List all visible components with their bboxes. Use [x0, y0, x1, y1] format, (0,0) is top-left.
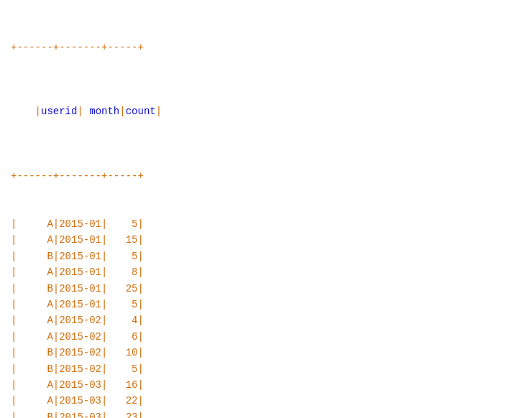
pipe: | — [77, 106, 83, 117]
table-rows: | A|2015-01| 5|| A|2015-01| 15|| B|2015-… — [11, 216, 521, 418]
table-row: | A|2015-01| 5| — [11, 297, 521, 312]
table-row: | B|2015-01| 25| — [11, 281, 521, 297]
table-row: | B|2015-01| 5| — [11, 249, 521, 264]
table-row: | B|2015-02| 10| — [11, 345, 521, 361]
table-row: | A|2015-01| 8| — [11, 264, 521, 280]
table-row: | A|2015-02| 6| — [11, 329, 521, 345]
header-month: month — [83, 106, 119, 117]
table-border-mid: +------+-------+-----+ — [11, 168, 521, 184]
table-row: | A|2015-03| 16| — [11, 377, 521, 393]
table-container: +------+-------+-----+ |userid| month|co… — [11, 7, 521, 418]
header-count: count — [126, 106, 156, 117]
table-row: | A|2015-03| 22| — [11, 393, 521, 409]
header-userid: userid — [41, 106, 77, 117]
table-header-row: |userid| month|count| — [11, 88, 521, 136]
table-row: | A|2015-02| 4| — [11, 312, 521, 328]
pipe: | — [35, 106, 41, 117]
table-row: | B|2015-03| 23| — [11, 409, 521, 418]
pipe: | — [119, 106, 125, 117]
table-row: | A|2015-01| 5| — [11, 216, 521, 232]
pipe: | — [156, 106, 162, 117]
table-border-top: +------+-------+-----+ — [11, 40, 521, 55]
table-row: | B|2015-02| 5| — [11, 361, 521, 377]
table-row: | A|2015-01| 15| — [11, 232, 521, 248]
